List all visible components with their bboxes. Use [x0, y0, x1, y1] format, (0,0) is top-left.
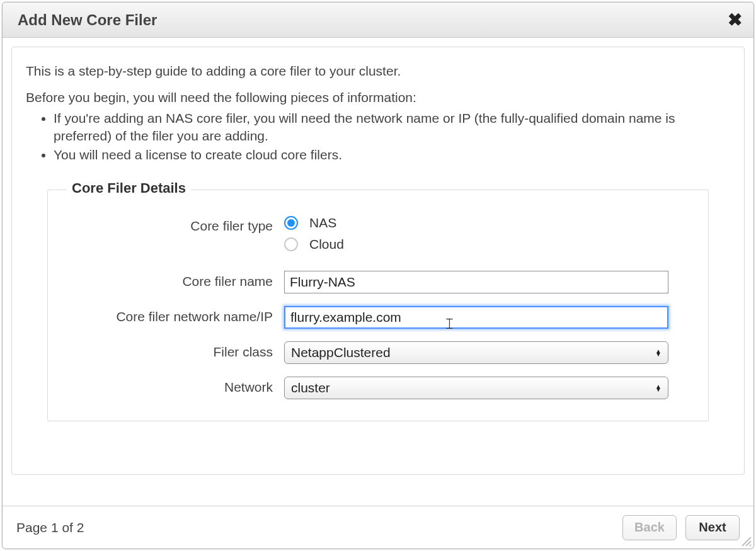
dialog-content-panel: This is a step-by-step guide to adding a…: [11, 47, 745, 475]
filer-class-select[interactable]: NetappClustered ▲▼: [284, 341, 668, 364]
core-filer-details-fieldset: Core Filer Details Core filer type NAS C…: [47, 190, 709, 421]
dialog-body: This is a step-by-step guide to adding a…: [3, 38, 753, 506]
back-button[interactable]: Back: [622, 515, 677, 540]
page-indicator: Page 1 of 2: [16, 520, 84, 535]
close-icon[interactable]: ✖: [728, 11, 742, 29]
requirements-intro: Before you begin, you will need the foll…: [26, 89, 730, 106]
row-core-filer-type: Core filer type NAS Cloud: [67, 215, 689, 258]
radio-option-nas[interactable]: NAS: [284, 215, 689, 230]
core-filer-name-input[interactable]: [284, 271, 668, 293]
add-core-filer-dialog: Add New Core Filer ✖ This is a step-by-s…: [2, 2, 754, 549]
svg-line-2: [750, 545, 751, 546]
dialog-titlebar: Add New Core Filer ✖: [3, 3, 753, 38]
radio-label: NAS: [309, 215, 336, 230]
requirement-item: If you're adding an NAS core filer, you …: [54, 110, 730, 145]
select-value: NetappClustered: [291, 345, 391, 360]
select-arrows-icon: ▲▼: [655, 348, 662, 357]
requirements-list: If you're adding an NAS core filer, you …: [54, 110, 730, 164]
intro-text: This is a step-by-step guide to adding a…: [26, 62, 730, 80]
requirement-item: You will need a license to create cloud …: [54, 146, 730, 164]
row-core-filer-name: Core filer name: [67, 271, 689, 293]
row-network: Network cluster ▲▼: [67, 377, 689, 399]
radio-icon: [284, 237, 298, 251]
label-filer-class: Filer class: [67, 341, 284, 360]
next-button[interactable]: Next: [685, 515, 740, 540]
label-core-filer-name: Core filer name: [67, 271, 284, 290]
select-arrows-icon: ▲▼: [655, 383, 662, 392]
label-network: Network: [67, 377, 284, 395]
radio-icon: [284, 216, 298, 230]
radio-label: Cloud: [309, 237, 344, 252]
resize-grip-icon[interactable]: [738, 533, 752, 547]
row-core-filer-network: Core filer network name/IP 𝙸: [67, 306, 689, 329]
dialog-title: Add New Core Filer: [18, 11, 157, 29]
fieldset-legend: Core Filer Details: [67, 180, 191, 196]
dialog-footer: Page 1 of 2 Back Next: [3, 506, 753, 548]
network-select[interactable]: cluster ▲▼: [284, 377, 668, 399]
core-filer-network-input[interactable]: [284, 306, 668, 329]
label-core-filer-type: Core filer type: [67, 215, 284, 234]
row-filer-class: Filer class NetappClustered ▲▼: [67, 341, 689, 364]
label-core-filer-network: Core filer network name/IP: [67, 306, 284, 325]
select-value: cluster: [291, 380, 330, 395]
radio-option-cloud[interactable]: Cloud: [284, 237, 689, 252]
